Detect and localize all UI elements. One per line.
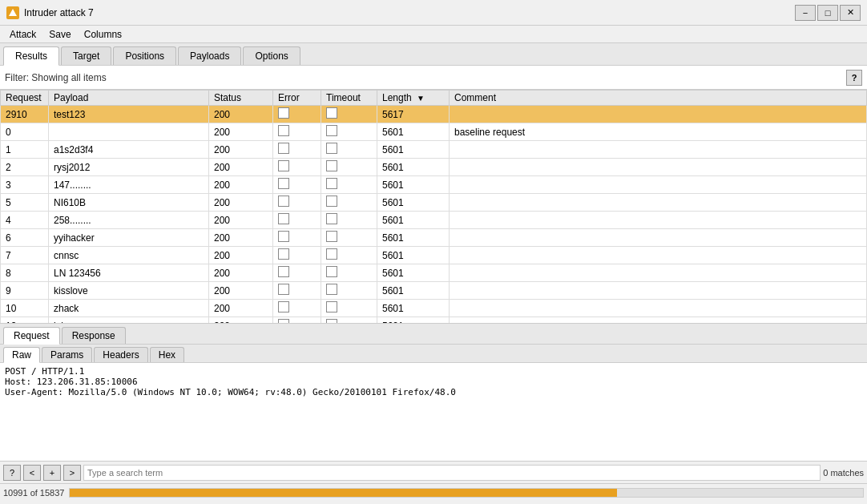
error-checkbox[interactable] [278, 284, 289, 295]
tab-positions[interactable]: Positions [113, 46, 176, 65]
timeout-checkbox[interactable] [326, 231, 337, 242]
tab-payloads[interactable]: Payloads [178, 46, 241, 65]
table-row[interactable]: 9kisslove2005601 [1, 282, 867, 300]
app-icon [6, 6, 19, 19]
inner-tab-headers[interactable]: Headers [94, 347, 147, 362]
table-row[interactable]: 02005601baseline request [1, 123, 867, 141]
error-checkbox[interactable] [278, 266, 289, 277]
col-timeout[interactable]: Timeout [321, 91, 377, 106]
sub-tabs: Request Response [0, 324, 867, 345]
timeout-checkbox[interactable] [326, 301, 337, 312]
search-next-button[interactable]: > [63, 465, 81, 481]
window-title: Intruder attack 7 [24, 7, 94, 18]
main-area: Filter: Showing all items ? Request Payl… [0, 66, 867, 501]
timeout-checkbox[interactable] [326, 213, 337, 224]
search-bar: ? < + > 0 matches [0, 461, 867, 483]
content-line: User-Agent: Mozilla/5.0 (Windows NT 10.0… [5, 387, 862, 397]
error-checkbox[interactable] [278, 248, 289, 260]
timeout-checkbox[interactable] [326, 266, 337, 277]
minimize-button[interactable]: − [795, 5, 816, 21]
col-payload[interactable]: Payload [49, 91, 209, 106]
timeout-checkbox[interactable] [326, 248, 337, 260]
menubar: Attack Save Columns [0, 26, 867, 43]
results-table: Request Payload Status Error Timeout Len… [0, 90, 867, 323]
table-row[interactable]: 4258........2005601 [1, 212, 867, 229]
search-input[interactable] [83, 465, 821, 481]
table-row[interactable]: 1a1s2d3f42005601 [1, 141, 867, 159]
inner-tab-params[interactable]: Params [42, 347, 92, 362]
error-checkbox[interactable] [278, 107, 289, 119]
timeout-checkbox[interactable] [326, 143, 337, 154]
menu-save[interactable]: Save [42, 27, 77, 42]
content-line: POST / HTTP/1.1 [5, 366, 862, 377]
titlebar-left: Intruder attack 7 [6, 6, 94, 19]
timeout-checkbox[interactable] [326, 107, 337, 119]
timeout-checkbox[interactable] [326, 178, 337, 189]
status-text: 10991 of 15837 [3, 488, 64, 498]
col-status[interactable]: Status [209, 91, 273, 106]
svg-marker-0 [9, 9, 17, 16]
content-area: Raw Params Headers Hex POST / HTTP/1.1Ho… [0, 345, 867, 483]
progress-fill [70, 489, 617, 497]
tab-results[interactable]: Results [3, 46, 59, 66]
status-bar: 10991 of 15837 [0, 483, 867, 501]
search-help-button[interactable]: ? [3, 465, 21, 481]
search-matches: 0 matches [823, 468, 864, 478]
request-content: POST / HTTP/1.1Host: 123.206.31.85:10006… [0, 363, 867, 461]
table-row[interactable]: 7cnnsc2005601 [1, 247, 867, 264]
close-button[interactable]: ✕ [840, 5, 861, 21]
progress-bar [69, 488, 864, 498]
main-tabs: Results Target Positions Payloads Option… [0, 43, 867, 66]
table-row[interactable]: 5NI610B2005601 [1, 194, 867, 212]
timeout-checkbox[interactable] [326, 125, 337, 136]
timeout-checkbox[interactable] [326, 196, 337, 207]
table-row[interactable]: 3147........2005601 [1, 176, 867, 194]
titlebar: Intruder attack 7 − □ ✕ [0, 0, 867, 26]
tab-options[interactable]: Options [243, 46, 300, 65]
error-checkbox[interactable] [278, 160, 289, 171]
menu-attack[interactable]: Attack [3, 27, 42, 42]
table-row[interactable]: 8LN 1234562005601 [1, 264, 867, 282]
col-error[interactable]: Error [273, 91, 321, 106]
col-comment[interactable]: Comment [450, 91, 867, 106]
upper-pane: Filter: Showing all items ? Request Payl… [0, 66, 867, 323]
table-row[interactable]: 10zhack2005601 [1, 300, 867, 317]
results-table-container[interactable]: Request Payload Status Error Timeout Len… [0, 90, 867, 323]
table-row[interactable]: 6yyihacker2005601 [1, 229, 867, 247]
content-line: Host: 123.206.31.85:10006 [5, 377, 862, 387]
error-checkbox[interactable] [278, 196, 289, 207]
col-length[interactable]: Length ▼ [377, 91, 450, 106]
window-controls: − □ ✕ [795, 5, 861, 21]
timeout-checkbox[interactable] [326, 284, 337, 295]
filter-bar: Filter: Showing all items ? [0, 66, 867, 90]
table-row[interactable]: 2rysj20122005601 [1, 159, 867, 176]
menu-columns[interactable]: Columns [78, 27, 128, 42]
sub-tab-response[interactable]: Response [62, 327, 126, 344]
filter-text: Filter: Showing all items [5, 72, 846, 83]
error-checkbox[interactable] [278, 125, 289, 136]
search-prev-button[interactable]: < [23, 465, 41, 481]
col-request[interactable]: Request [1, 91, 49, 106]
inner-tabs: Raw Params Headers Hex [0, 345, 867, 363]
error-checkbox[interactable] [278, 231, 289, 242]
sort-arrow: ▼ [417, 94, 425, 103]
filter-help-button[interactable]: ? [846, 70, 862, 86]
error-checkbox[interactable] [278, 178, 289, 189]
table-row[interactable]: 12lele2005601 [1, 317, 867, 324]
timeout-checkbox[interactable] [326, 160, 337, 171]
restore-button[interactable]: □ [817, 5, 838, 21]
error-checkbox[interactable] [278, 143, 289, 154]
inner-tab-raw[interactable]: Raw [3, 347, 40, 363]
error-checkbox[interactable] [278, 213, 289, 224]
lower-pane: Request Response Raw Params Headers Hex … [0, 323, 867, 483]
tab-target[interactable]: Target [61, 46, 111, 65]
inner-tab-hex[interactable]: Hex [150, 347, 184, 362]
table-row[interactable]: 2910test1232005617 [1, 106, 867, 123]
sub-tab-request[interactable]: Request [3, 327, 60, 345]
search-add-button[interactable]: + [43, 465, 61, 481]
error-checkbox[interactable] [278, 301, 289, 312]
